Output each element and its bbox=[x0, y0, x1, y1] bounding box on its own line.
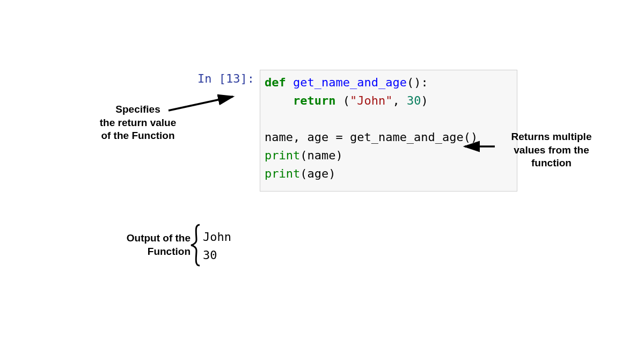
function-name: get_name_and_age bbox=[286, 76, 407, 89]
string-literal: "John" bbox=[350, 94, 392, 107]
builtin-print: print bbox=[265, 167, 300, 180]
arrow-right-icon bbox=[463, 142, 500, 153]
annotation-multiple-values: Returns multiplevalues from thefunction bbox=[499, 130, 604, 170]
builtin-print: print bbox=[265, 149, 300, 162]
input-prompt: In [13]: bbox=[197, 70, 260, 87]
arrow-left-icon bbox=[169, 94, 244, 116]
output-line-1: John bbox=[203, 228, 231, 246]
output-line-2: 30 bbox=[203, 246, 231, 264]
jupyter-code-cell: In [13]: def get_name_and_age(): return … bbox=[197, 70, 517, 192]
svg-line-0 bbox=[169, 97, 233, 111]
output-block: John 30 bbox=[203, 228, 231, 264]
brace-icon bbox=[189, 224, 202, 267]
keyword-def: def bbox=[265, 76, 286, 89]
annotation-output: Output of theFunction bbox=[107, 232, 191, 258]
assignment-line: name, age = get_name_and_age() bbox=[265, 130, 478, 144]
number-literal: 30 bbox=[407, 94, 421, 107]
keyword-return: return bbox=[293, 94, 335, 107]
code-block: def get_name_and_age(): return ("John", … bbox=[260, 70, 517, 192]
